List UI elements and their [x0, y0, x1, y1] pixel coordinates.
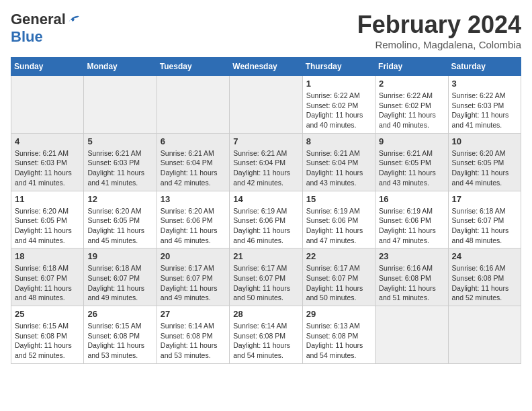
calendar-cell: 1Sunrise: 6:22 AM Sunset: 6:02 PM Daylig…: [302, 76, 375, 134]
day-number: 2: [379, 79, 444, 89]
day-number: 27: [161, 309, 226, 319]
day-number: 17: [452, 194, 517, 204]
day-info: Sunrise: 6:22 AM Sunset: 6:03 PM Dayligh…: [452, 91, 517, 130]
day-info: Sunrise: 6:18 AM Sunset: 6:07 PM Dayligh…: [15, 263, 80, 303]
day-info: Sunrise: 6:19 AM Sunset: 6:06 PM Dayligh…: [233, 206, 298, 246]
day-info: Sunrise: 6:20 AM Sunset: 6:05 PM Dayligh…: [87, 206, 152, 246]
day-number: 5: [87, 136, 152, 146]
calendar-cell: 24Sunrise: 6:16 AM Sunset: 6:08 PM Dayli…: [448, 248, 521, 306]
day-number: 16: [379, 194, 444, 204]
day-number: 24: [452, 251, 517, 261]
day-info: Sunrise: 6:13 AM Sunset: 6:08 PM Dayligh…: [306, 321, 371, 361]
day-number: 6: [161, 136, 226, 146]
calendar-cell: 12Sunrise: 6:20 AM Sunset: 6:05 PM Dayli…: [84, 191, 157, 248]
day-number: 1: [306, 79, 371, 89]
calendar-cell: 3Sunrise: 6:22 AM Sunset: 6:03 PM Daylig…: [448, 76, 521, 134]
day-info: Sunrise: 6:21 AM Sunset: 6:05 PM Dayligh…: [379, 148, 444, 188]
day-number: 3: [452, 79, 517, 89]
title-section: February 2024 Remolino, Magdalena, Colom…: [357, 11, 521, 50]
day-info: Sunrise: 6:21 AM Sunset: 6:04 PM Dayligh…: [233, 148, 298, 188]
calendar-cell: 28Sunrise: 6:14 AM Sunset: 6:08 PM Dayli…: [230, 306, 302, 364]
calendar-cell: 29Sunrise: 6:13 AM Sunset: 6:08 PM Dayli…: [302, 306, 375, 364]
calendar-cell: 14Sunrise: 6:19 AM Sunset: 6:06 PM Dayli…: [230, 191, 302, 248]
calendar-cell: 25Sunrise: 6:15 AM Sunset: 6:08 PM Dayli…: [11, 306, 84, 364]
calendar-header: SundayMondayTuesdayWednesdayThursdayFrid…: [11, 58, 521, 76]
calendar-table: SundayMondayTuesdayWednesdayThursdayFrid…: [11, 57, 521, 364]
calendar-cell: [11, 76, 84, 134]
day-of-week-header: Tuesday: [157, 58, 229, 76]
day-info: Sunrise: 6:14 AM Sunset: 6:08 PM Dayligh…: [233, 321, 298, 361]
day-number: 9: [379, 136, 444, 146]
calendar-cell: 23Sunrise: 6:16 AM Sunset: 6:08 PM Dayli…: [375, 248, 448, 306]
calendar-cell: 4Sunrise: 6:21 AM Sunset: 6:03 PM Daylig…: [11, 133, 84, 191]
calendar-cell: 9Sunrise: 6:21 AM Sunset: 6:05 PM Daylig…: [375, 133, 448, 191]
calendar-cell: 26Sunrise: 6:15 AM Sunset: 6:08 PM Dayli…: [84, 306, 157, 364]
calendar-cell: [448, 306, 521, 364]
calendar-week-row: 18Sunrise: 6:18 AM Sunset: 6:07 PM Dayli…: [11, 248, 521, 306]
month-title: February 2024: [357, 11, 521, 39]
day-of-week-header: Saturday: [448, 58, 521, 76]
day-number: 29: [306, 309, 371, 319]
day-of-week-header: Friday: [375, 58, 448, 76]
day-number: 10: [452, 136, 517, 146]
calendar-week-row: 25Sunrise: 6:15 AM Sunset: 6:08 PM Dayli…: [11, 306, 521, 364]
day-number: 11: [15, 194, 80, 204]
day-info: Sunrise: 6:17 AM Sunset: 6:07 PM Dayligh…: [161, 263, 226, 303]
day-number: 26: [87, 309, 152, 319]
day-info: Sunrise: 6:21 AM Sunset: 6:03 PM Dayligh…: [87, 148, 152, 188]
day-of-week-header: Monday: [84, 58, 157, 76]
calendar-cell: 15Sunrise: 6:19 AM Sunset: 6:06 PM Dayli…: [302, 191, 375, 248]
day-of-week-header: Sunday: [11, 58, 84, 76]
day-info: Sunrise: 6:16 AM Sunset: 6:08 PM Dayligh…: [379, 263, 444, 303]
day-info: Sunrise: 6:20 AM Sunset: 6:05 PM Dayligh…: [452, 148, 517, 188]
day-number: 22: [306, 251, 371, 261]
day-info: Sunrise: 6:15 AM Sunset: 6:08 PM Dayligh…: [15, 321, 80, 361]
calendar-cell: 22Sunrise: 6:17 AM Sunset: 6:07 PM Dayli…: [302, 248, 375, 306]
day-number: 25: [15, 309, 80, 319]
calendar-cell: [375, 306, 448, 364]
calendar-cell: 7Sunrise: 6:21 AM Sunset: 6:04 PM Daylig…: [230, 133, 302, 191]
day-of-week-header: Thursday: [302, 58, 375, 76]
calendar-cell: [84, 76, 157, 134]
calendar-cell: [230, 76, 302, 134]
day-number: 20: [161, 251, 226, 261]
day-info: Sunrise: 6:17 AM Sunset: 6:07 PM Dayligh…: [233, 263, 298, 303]
calendar-cell: 13Sunrise: 6:20 AM Sunset: 6:06 PM Dayli…: [157, 191, 229, 248]
day-info: Sunrise: 6:21 AM Sunset: 6:04 PM Dayligh…: [306, 148, 371, 188]
day-number: 12: [87, 194, 152, 204]
day-info: Sunrise: 6:20 AM Sunset: 6:05 PM Dayligh…: [15, 206, 80, 246]
calendar-cell: 17Sunrise: 6:18 AM Sunset: 6:07 PM Dayli…: [448, 191, 521, 248]
logo: General Blue: [11, 11, 82, 46]
days-of-week-row: SundayMondayTuesdayWednesdayThursdayFrid…: [11, 58, 521, 76]
day-info: Sunrise: 6:18 AM Sunset: 6:07 PM Dayligh…: [87, 263, 152, 303]
day-number: 4: [15, 136, 80, 146]
calendar-cell: 18Sunrise: 6:18 AM Sunset: 6:07 PM Dayli…: [11, 248, 84, 306]
day-info: Sunrise: 6:22 AM Sunset: 6:02 PM Dayligh…: [306, 91, 371, 130]
calendar-body: 1Sunrise: 6:22 AM Sunset: 6:02 PM Daylig…: [11, 76, 521, 364]
calendar-week-row: 11Sunrise: 6:20 AM Sunset: 6:05 PM Dayli…: [11, 191, 521, 248]
logo-bird-icon: [67, 13, 82, 26]
calendar-cell: 19Sunrise: 6:18 AM Sunset: 6:07 PM Dayli…: [84, 248, 157, 306]
day-number: 28: [233, 309, 298, 319]
calendar-week-row: 4Sunrise: 6:21 AM Sunset: 6:03 PM Daylig…: [11, 133, 521, 191]
day-number: 13: [161, 194, 226, 204]
day-info: Sunrise: 6:16 AM Sunset: 6:08 PM Dayligh…: [452, 263, 517, 303]
day-info: Sunrise: 6:22 AM Sunset: 6:02 PM Dayligh…: [379, 91, 444, 130]
day-info: Sunrise: 6:17 AM Sunset: 6:07 PM Dayligh…: [306, 263, 371, 303]
day-number: 15: [306, 194, 371, 204]
calendar-cell: 8Sunrise: 6:21 AM Sunset: 6:04 PM Daylig…: [302, 133, 375, 191]
calendar-cell: 6Sunrise: 6:21 AM Sunset: 6:04 PM Daylig…: [157, 133, 229, 191]
day-info: Sunrise: 6:21 AM Sunset: 6:03 PM Dayligh…: [15, 148, 80, 188]
day-number: 14: [233, 194, 298, 204]
day-info: Sunrise: 6:18 AM Sunset: 6:07 PM Dayligh…: [452, 206, 517, 246]
day-info: Sunrise: 6:19 AM Sunset: 6:06 PM Dayligh…: [379, 206, 444, 246]
calendar-cell: 27Sunrise: 6:14 AM Sunset: 6:08 PM Dayli…: [157, 306, 229, 364]
day-number: 21: [233, 251, 298, 261]
calendar-cell: [157, 76, 229, 134]
location: Remolino, Magdalena, Colombia: [357, 39, 521, 50]
calendar-cell: 2Sunrise: 6:22 AM Sunset: 6:02 PM Daylig…: [375, 76, 448, 134]
day-info: Sunrise: 6:21 AM Sunset: 6:04 PM Dayligh…: [161, 148, 226, 188]
calendar-cell: 16Sunrise: 6:19 AM Sunset: 6:06 PM Dayli…: [375, 191, 448, 248]
calendar-cell: 10Sunrise: 6:20 AM Sunset: 6:05 PM Dayli…: [448, 133, 521, 191]
logo-general: General: [11, 11, 66, 28]
